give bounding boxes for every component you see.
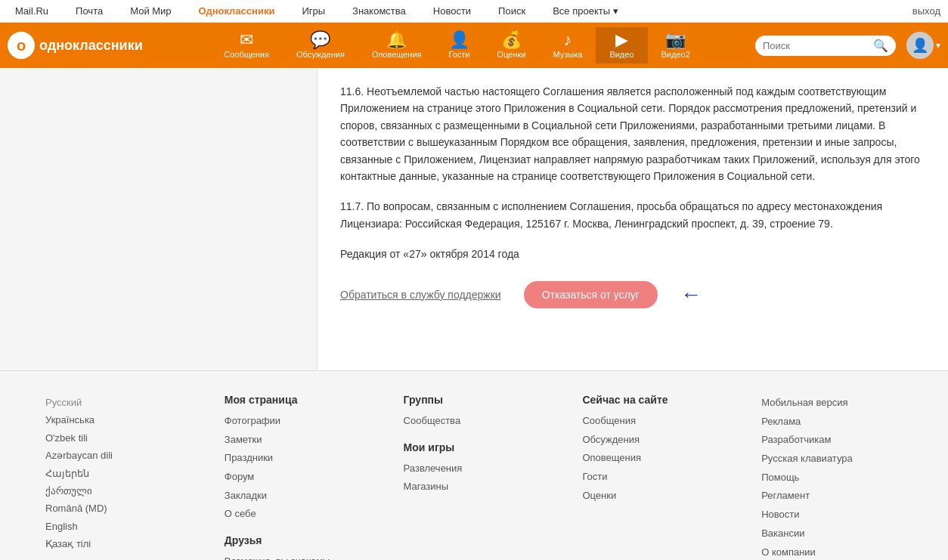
footer-regulations[interactable]: Регламент bbox=[761, 487, 925, 506]
lang-kazakh[interactable]: Қазақ тілі bbox=[45, 535, 209, 552]
action-row: Обратиться в службу поддержки Отказаться… bbox=[340, 278, 925, 312]
footer-notes[interactable]: Заметки bbox=[225, 431, 389, 450]
footer-bookmarks[interactable]: Закладки bbox=[225, 487, 389, 506]
footer-my-page-title: Моя страница bbox=[225, 394, 389, 406]
nav-messages[interactable]: ✉ Сообщения bbox=[210, 27, 283, 63]
nav-discussions-label: Обсуждения bbox=[296, 50, 345, 59]
footer-help[interactable]: Помощь bbox=[761, 469, 925, 487]
lang-english[interactable]: English bbox=[45, 518, 209, 535]
main-header: о одноклассники ✉ Сообщения 💬 Обсуждения… bbox=[0, 23, 948, 68]
footer-keyboard[interactable]: Русская клавиатура bbox=[761, 450, 925, 469]
footer-friends-section: Друзья Возможно, вы знакомы bbox=[225, 534, 389, 560]
nav-video-label: Видео bbox=[609, 50, 634, 59]
footer-now-ratings[interactable]: Оценки bbox=[582, 487, 746, 506]
chevron-down-icon: ▾ bbox=[936, 40, 940, 51]
topnav-odnoklassniki[interactable]: Одноклассники bbox=[191, 0, 283, 23]
nav-video[interactable]: ▶ Видео bbox=[596, 27, 647, 63]
footer-developers[interactable]: Разработчикам bbox=[761, 431, 925, 450]
footer-forum[interactable]: Форум bbox=[225, 468, 389, 487]
support-link[interactable]: Обратиться в службу поддержки bbox=[340, 286, 501, 303]
main-content: 11.6. Неотъемлемой частью настоящего Сог… bbox=[318, 68, 948, 370]
music-icon: ♪ bbox=[563, 32, 572, 48]
nav-camera[interactable]: 📷 Видео2 bbox=[648, 27, 704, 63]
header-nav: ✉ Сообщения 💬 Обсуждения 🔔 Оповещения 👤 … bbox=[159, 27, 755, 63]
topnav-znakomstva[interactable]: Знакомства bbox=[345, 0, 414, 23]
nav-music-label: Музыка bbox=[553, 50, 582, 59]
logout-link[interactable]: выход bbox=[912, 5, 940, 17]
footer-about-company[interactable]: О компании bbox=[761, 543, 925, 561]
left-panel bbox=[0, 68, 318, 370]
footer-my-games-title: Мои игры bbox=[404, 441, 568, 453]
nav-ratings[interactable]: 💰 Оценки bbox=[484, 27, 540, 63]
nav-ratings-label: Оценки bbox=[497, 50, 526, 59]
footer-mobile[interactable]: Мобильная версия bbox=[761, 394, 925, 413]
content-wrapper: 11.6. Неотъемлемой частью настоящего Сог… bbox=[0, 68, 948, 370]
nav-music[interactable]: ♪ Музыка bbox=[539, 27, 596, 63]
footer-now-notifications[interactable]: Оповещения bbox=[582, 449, 746, 468]
notifications-icon: 🔔 bbox=[386, 32, 407, 48]
discussions-icon: 💬 bbox=[310, 32, 330, 48]
cancel-services-button[interactable]: Отказаться от услуг bbox=[524, 281, 658, 308]
nav-camera-label: Видео2 bbox=[661, 50, 690, 59]
nav-guests-label: Гости bbox=[449, 50, 470, 59]
footer-ads[interactable]: Реклама bbox=[761, 413, 925, 432]
logo[interactable]: о одноклассники bbox=[8, 32, 159, 59]
footer-holidays[interactable]: Праздники bbox=[225, 449, 389, 468]
left-arrow-icon: ← bbox=[680, 278, 702, 312]
footer-communities[interactable]: Сообщества bbox=[404, 412, 568, 431]
footer-shops[interactable]: Магазины bbox=[404, 478, 568, 497]
avatar: 👤 bbox=[906, 32, 934, 59]
lang-georgian[interactable]: ქართული bbox=[45, 482, 209, 500]
search-area: 🔍 bbox=[755, 36, 896, 56]
logo-text: одноклассники bbox=[39, 38, 143, 54]
lang-russian[interactable]: Русский bbox=[45, 394, 209, 411]
search-input[interactable] bbox=[763, 40, 869, 51]
footer-photos[interactable]: Фотографии bbox=[225, 412, 389, 431]
footer-vacancies[interactable]: Вакансии bbox=[761, 524, 925, 543]
footer-groups-title: Группы bbox=[404, 394, 568, 406]
footer-now-on-site: Сейчас на сайте Сообщения Обсуждения Опо… bbox=[575, 394, 754, 560]
footer-languages: Русский Українська O'zbek tili Azərbayca… bbox=[15, 394, 217, 560]
topnav-igry[interactable]: Игры bbox=[294, 0, 333, 23]
footer-friends-title: Друзья bbox=[225, 534, 389, 546]
footer-my-games-section: Мои игры Развлечения Магазины bbox=[404, 441, 568, 497]
nav-discussions[interactable]: 💬 Обсуждения bbox=[283, 27, 358, 63]
lang-azerbaijani[interactable]: Azərbaycan dili bbox=[45, 447, 209, 464]
footer-now-discussions[interactable]: Обсуждения bbox=[582, 431, 746, 450]
edition-text: Редакция от «27» октября 2014 года bbox=[340, 246, 925, 262]
topnav-poisk[interactable]: Поиск bbox=[491, 0, 533, 23]
logo-icon: о bbox=[8, 32, 35, 59]
search-icon[interactable]: 🔍 bbox=[873, 39, 888, 53]
topnav-moy-mir[interactable]: Мой Мир bbox=[122, 0, 178, 23]
footer: Русский Українська O'zbek tili Azərbayca… bbox=[0, 370, 948, 560]
footer-now-guests[interactable]: Гости bbox=[582, 468, 746, 487]
nav-guests[interactable]: 👤 Гости bbox=[435, 27, 484, 63]
footer-misc: Мобильная версия Реклама Разработчикам Р… bbox=[754, 394, 933, 560]
lang-ukrainian[interactable]: Українська bbox=[45, 411, 209, 429]
top-navigation: Mail.Ru Почта Мой Мир Одноклассники Игры… bbox=[0, 0, 948, 23]
footer-news[interactable]: Новости bbox=[761, 506, 925, 524]
nav-messages-label: Сообщения bbox=[224, 50, 269, 59]
camera-icon: 📷 bbox=[665, 32, 686, 48]
text-block-edition: Редакция от «27» октября 2014 года bbox=[340, 246, 925, 262]
messages-icon: ✉ bbox=[240, 32, 253, 48]
text-block-11-7: 11.7. По вопросам, связанным с исполнени… bbox=[340, 198, 925, 232]
footer-entertainment[interactable]: Развлечения bbox=[404, 459, 568, 478]
ratings-icon: 💰 bbox=[501, 32, 522, 48]
lang-armenian[interactable]: Հայերեն bbox=[45, 465, 209, 482]
footer-maybe-know[interactable]: Возможно, вы знакомы bbox=[225, 552, 389, 560]
video-play-icon: ▶ bbox=[615, 32, 628, 48]
footer-now-messages[interactable]: Сообщения bbox=[582, 412, 746, 431]
topnav-pochta[interactable]: Почта bbox=[68, 0, 110, 23]
nav-notifications-label: Оповещения bbox=[372, 50, 422, 59]
paragraph-11-6: 11.6. Неотъемлемой частью настоящего Сог… bbox=[340, 83, 925, 184]
arrow-indicator: ← bbox=[680, 278, 702, 312]
footer-about[interactable]: О себе bbox=[225, 505, 389, 524]
user-avatar-area[interactable]: 👤 ▾ bbox=[906, 32, 940, 59]
topnav-vse-proekty[interactable]: Все проекты ▾ bbox=[545, 0, 626, 23]
lang-uzbek[interactable]: O'zbek tili bbox=[45, 429, 209, 447]
topnav-mailru[interactable]: Mail.Ru bbox=[8, 0, 56, 23]
nav-notifications[interactable]: 🔔 Оповещения bbox=[358, 27, 435, 63]
topnav-novosti[interactable]: Новости bbox=[426, 0, 479, 23]
lang-romanian[interactable]: Română (MD) bbox=[45, 500, 209, 517]
